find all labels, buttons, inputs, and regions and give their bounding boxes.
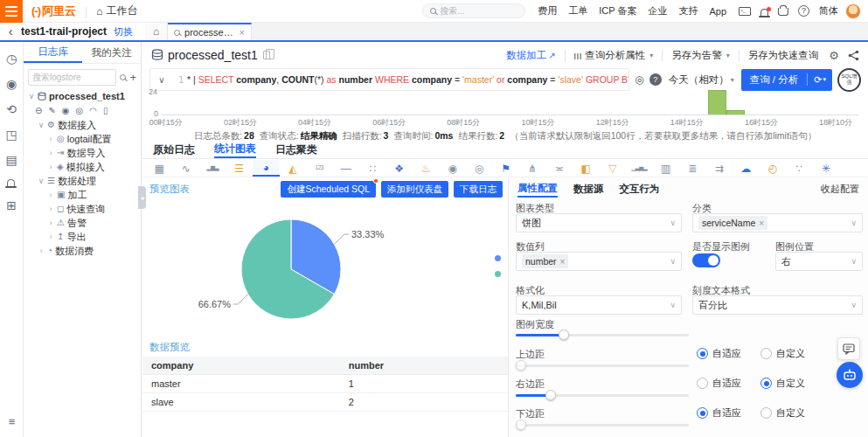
gear-icon[interactable]: ⚙ [829, 49, 839, 62]
sankey-icon[interactable]: ⋔ [519, 160, 546, 177]
slider-thumb[interactable] [516, 420, 526, 430]
delete-icon[interactable]: ▯ [103, 107, 108, 115]
assistant-robot-button[interactable] [837, 362, 863, 388]
button-下载日志[interactable]: 下载日志 [454, 181, 503, 198]
tree-item-数据接入[interactable]: ∨⚙数据接入 [24, 118, 141, 132]
topbar-link[interactable]: 支持 [678, 4, 698, 17]
logstore-search-input[interactable] [28, 69, 116, 86]
pie-chart[interactable]: 33.33%66.67% [191, 198, 392, 342]
legend-position-select[interactable]: 右 [775, 252, 863, 271]
topbar-link[interactable]: ICP 备案 [599, 4, 636, 17]
log-histogram[interactable]: 240 [162, 91, 859, 115]
radio-adaptive[interactable] [697, 378, 708, 389]
button-创建Scheduled SQL[interactable]: 创建Scheduled SQL [281, 181, 376, 198]
tree-item-数据消费[interactable]: ›◔数据消费 [24, 244, 141, 258]
area-chart-icon[interactable]: ◭ [280, 160, 307, 177]
home-tab[interactable]: ⌂ [145, 23, 168, 40]
aliyun-logo[interactable]: (-)阿里云 [31, 3, 76, 19]
tree-item-加工[interactable]: ›▣加工 [24, 188, 141, 202]
single-value-icon[interactable]: 123 [306, 160, 333, 177]
scope-icon[interactable]: ◎ [76, 107, 84, 115]
avatar[interactable] [845, 3, 861, 19]
matrix-icon[interactable]: ▥ [653, 160, 680, 177]
button-添加到仪表盘[interactable]: 添加到仪表盘 [381, 181, 448, 198]
column-header-number[interactable]: number [340, 357, 508, 375]
table-icon[interactable]: ▦ [146, 160, 173, 177]
overview-clock-icon[interactable]: ◷ [6, 52, 17, 65]
collapse-config-button[interactable]: 收起配置 [821, 183, 859, 196]
expand-arrow-icon[interactable]: › [47, 163, 54, 171]
value-tag[interactable]: number× [522, 254, 568, 268]
table-row[interactable]: master1 [142, 375, 508, 393]
share-icon[interactable] [848, 50, 859, 61]
collapse-list-icon[interactable]: ≡ [0, 415, 24, 428]
expand-arrow-icon[interactable]: › [47, 232, 54, 241]
tree-item-processed_test1[interactable]: ∨processed_test1 [24, 89, 141, 103]
pin-map-icon[interactable]: ◉ [440, 160, 467, 177]
eye-icon[interactable]: ◉ [62, 107, 70, 115]
tree-item-数据导入[interactable]: ›⇥数据导入 [24, 146, 141, 160]
radio-adaptive[interactable] [697, 407, 708, 419]
query-attr-button[interactable]: |||查询分析属性 [574, 49, 654, 62]
save-as-quick-query-button[interactable]: 另存为快速查询 [748, 49, 819, 62]
result-tab-日志聚类[interactable]: 日志聚类 [275, 142, 317, 158]
legend-width-slider[interactable] [516, 334, 689, 336]
margin-slider-上边距[interactable] [516, 364, 689, 367]
expand-arrow-icon[interactable]: ∨ [28, 92, 35, 101]
legend-dot-master[interactable] [495, 255, 501, 261]
expand-arrow-icon[interactable]: ∨ [38, 177, 45, 185]
auto-refresh-icon[interactable]: ⟳ [808, 74, 832, 86]
topology-icon[interactable]: ✳ [813, 160, 840, 177]
add-logstore-icon[interactable]: + [129, 71, 136, 84]
bar-chart-icon[interactable]: ▂▆▃ [199, 160, 226, 177]
margin-slider-下边距[interactable] [516, 424, 689, 427]
treemap-icon[interactable]: ◧ [573, 160, 600, 177]
value-column-select[interactable]: number× [516, 252, 682, 271]
cross-table-icon[interactable]: ≣ [679, 160, 706, 177]
config-tab-数据源[interactable]: 数据源 [573, 181, 604, 198]
result-tab-统计图表[interactable]: 统计图表 [214, 142, 256, 158]
cart-icon[interactable] [778, 8, 788, 16]
topbar-link[interactable]: 工单 [568, 4, 587, 17]
data-consume-icon[interactable]: ⟲ [6, 103, 17, 115]
radio-adaptive[interactable] [697, 348, 708, 359]
radio-custom[interactable] [760, 348, 772, 359]
chevron-down-icon[interactable]: ∨ [150, 75, 173, 85]
sql-enhance-toggle[interactable]: SQL增强 [837, 68, 861, 92]
expand-arrow-icon[interactable]: › [47, 205, 54, 213]
config-tab-交互行为[interactable]: 交互行为 [620, 181, 660, 198]
tree-item-数据处理[interactable]: ∨☰数据处理 [24, 174, 141, 188]
progress-bar-icon[interactable]: — [333, 160, 360, 177]
china-map-icon[interactable]: ❖ [386, 160, 413, 177]
legend-show-toggle[interactable] [692, 253, 720, 267]
flow-icon[interactable]: ⇉ [706, 160, 733, 177]
help-icon[interactable]: ? [649, 73, 662, 86]
notification-bell-icon[interactable] [760, 9, 768, 16]
flame-icon[interactable]: ♨ [413, 160, 440, 177]
global-search-input[interactable]: 搜索... [422, 3, 525, 18]
radar-icon[interactable]: ◎ [466, 160, 493, 177]
tree-item-模拟接入[interactable]: ›◈模拟接入 [24, 160, 141, 174]
time-range-picker[interactable]: 今天（相对） [667, 73, 736, 87]
query-input[interactable]: ∨ 1 * | SELECT company, COUNT(*) as numb… [149, 68, 629, 91]
radio-custom[interactable] [760, 378, 772, 389]
funnel-icon[interactable]: ▽ [600, 160, 627, 177]
back-chevron-icon[interactable]: ‹ [0, 23, 21, 40]
alert-bell-icon[interactable] [7, 179, 15, 186]
format-select[interactable]: K,Mil,Bil [516, 295, 682, 315]
table-row[interactable]: slave2 [142, 393, 508, 412]
pie-chart-icon[interactable]: ◕ [253, 160, 280, 177]
search-icon[interactable] [120, 74, 126, 80]
tree-item-快速查询[interactable]: ›◻快速查询 [24, 202, 141, 216]
histogram-bar[interactable] [708, 90, 726, 114]
topbar-link[interactable]: 费用 [538, 4, 557, 17]
chart-type-select[interactable]: 饼图 [516, 213, 682, 232]
category-tag[interactable]: serviceName× [698, 216, 767, 230]
data-process-link[interactable]: 数据加工↗ [506, 49, 555, 62]
sidebar-collapse-handle[interactable]: ◂ [138, 186, 146, 209]
resource-package-icon[interactable]: ◳ [5, 128, 17, 141]
slider-thumb[interactable] [516, 360, 526, 371]
expand-arrow-icon[interactable]: › [38, 246, 45, 255]
slider-thumb[interactable] [545, 390, 556, 400]
remove-tag-icon[interactable]: × [560, 257, 566, 267]
